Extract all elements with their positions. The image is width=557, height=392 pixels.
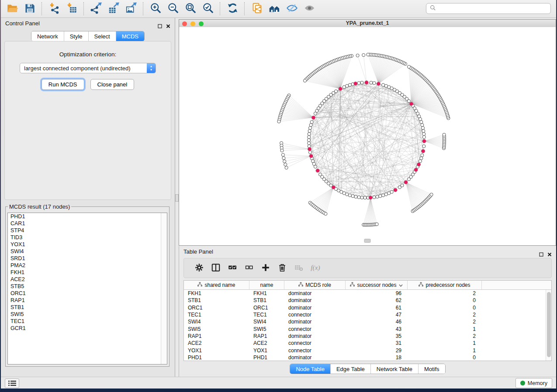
cell-mcds-role[interactable]: dominator (284, 354, 346, 361)
cell-shared-name[interactable]: PHD1 (184, 354, 249, 361)
cell-mcds-role[interactable]: connector (284, 340, 346, 346)
zoom-selected-button[interactable] (199, 1, 217, 17)
cell-mcds-role[interactable]: connector (284, 326, 346, 332)
mcds-result-item[interactable]: STB1 (8, 304, 167, 311)
cell-mcds-role[interactable]: dominator (284, 305, 346, 311)
close-panel-button[interactable]: Close panel (90, 79, 135, 90)
mcds-list-scrollbar[interactable] (161, 213, 167, 364)
cell-successor-nodes[interactable]: 43 (346, 326, 408, 332)
run-mcds-button[interactable]: Run MCDS (42, 79, 84, 90)
cell-predecessor-nodes[interactable]: 1 (408, 347, 482, 354)
cell-shared-name[interactable]: STB1 (184, 297, 249, 303)
cell-successor-nodes[interactable]: 61 (346, 305, 408, 311)
network-window-titlebar[interactable]: YPA_prune.txt_1 (179, 20, 556, 28)
mcds-result-item[interactable]: STB5 (8, 283, 167, 290)
split-columns-button[interactable] (208, 260, 224, 276)
cell-mcds-role[interactable]: connector (284, 312, 346, 318)
mcds-result-item[interactable]: PHD1 (8, 213, 167, 220)
cell-mcds-role[interactable]: dominator (284, 319, 346, 325)
panel-splitter-grip[interactable] (175, 194, 179, 202)
table-splitter-grip[interactable] (364, 239, 371, 243)
tab-edge-table[interactable]: Edge Table (330, 364, 370, 374)
cell-predecessor-nodes[interactable]: 0 (408, 354, 482, 361)
cell-predecessor-nodes[interactable]: 1 (408, 326, 482, 332)
tab-network[interactable]: Network (31, 31, 64, 41)
search-input[interactable] (439, 5, 547, 12)
export-table-button[interactable] (105, 1, 122, 17)
minimize-window-button[interactable] (190, 21, 195, 26)
table-row[interactable]: SWI4SWI4dominator462 (184, 318, 551, 325)
open-file-button[interactable] (3, 1, 21, 17)
cell-shared-name[interactable]: YOX1 (184, 347, 249, 354)
cell-name[interactable]: TEC1 (249, 312, 284, 318)
cell-shared-name[interactable]: SWI5 (184, 326, 249, 332)
column-header-mcds-role[interactable]: MCDS role (284, 281, 346, 289)
cell-name[interactable]: YOX1 (249, 347, 284, 354)
tab-mcds[interactable]: MCDS (116, 31, 144, 41)
show-all-networks-button[interactable] (266, 1, 283, 17)
tab-select[interactable]: Select (88, 31, 116, 41)
select-all-button[interactable] (224, 260, 241, 276)
mcds-result-item[interactable]: GCR1 (8, 325, 167, 332)
mcds-result-item[interactable]: SRD1 (8, 255, 167, 262)
cell-shared-name[interactable]: FKH1 (184, 290, 249, 296)
cell-mcds-role[interactable]: connector (284, 347, 346, 354)
table-row[interactable]: STB1STB1dominator620 (184, 297, 551, 304)
zoom-in-button[interactable] (147, 1, 164, 17)
cell-successor-nodes[interactable]: 47 (346, 312, 408, 318)
hide-eye-button[interactable] (283, 1, 301, 17)
cell-predecessor-nodes[interactable]: 0 (408, 305, 482, 311)
table-scrollbar[interactable] (546, 290, 551, 361)
mcds-result-item[interactable]: FKH1 (8, 269, 167, 276)
mcds-result-item[interactable]: ACE2 (8, 276, 167, 283)
table-row[interactable]: ACE2ACE2connector311 (184, 340, 551, 347)
cell-name[interactable]: FKH1 (249, 290, 284, 296)
task-history-button[interactable] (5, 378, 19, 388)
cell-shared-name[interactable]: SWI4 (184, 319, 249, 325)
tab-motifs[interactable]: Motifs (418, 364, 445, 374)
cell-name[interactable]: ORC1 (249, 305, 284, 311)
export-image-button[interactable] (122, 1, 140, 17)
mcds-result-item[interactable]: CAR1 (8, 220, 167, 227)
cell-successor-nodes[interactable]: 35 (346, 333, 408, 339)
cell-name[interactable]: PHD1 (249, 354, 284, 361)
tab-style[interactable]: Style (64, 31, 88, 41)
mcds-result-item[interactable]: YOX1 (8, 241, 167, 248)
clone-network-button[interactable] (248, 1, 266, 17)
maximize-window-button[interactable] (199, 21, 204, 26)
mcds-result-item[interactable]: TEC1 (8, 318, 167, 325)
zoom-fit-button[interactable] (182, 1, 199, 17)
cell-name[interactable]: ACE2 (249, 340, 284, 346)
refresh-button[interactable] (224, 1, 241, 17)
table-scrollbar-thumb[interactable] (547, 292, 551, 357)
cell-shared-name[interactable]: ORC1 (184, 305, 249, 311)
cell-shared-name[interactable]: TEC1 (184, 312, 249, 318)
mcds-result-item[interactable]: ORC1 (8, 290, 167, 297)
network-graph[interactable] (179, 27, 556, 245)
import-table-button[interactable] (63, 1, 80, 17)
mcds-result-item[interactable]: RAP1 (8, 297, 167, 304)
table-row[interactable]: PHD1PHD1dominator180 (184, 354, 551, 361)
memory-button[interactable]: Memory (515, 378, 552, 388)
cell-successor-nodes[interactable]: 31 (346, 340, 408, 346)
table-row[interactable]: FKH1FKH1dominator962 (184, 290, 551, 297)
cell-successor-nodes[interactable]: 46 (346, 319, 408, 325)
cell-name[interactable]: RAP1 (249, 333, 284, 339)
criterion-dropdown[interactable]: largest connected component (undirected)… (20, 63, 156, 73)
close-window-button[interactable] (182, 21, 187, 26)
table-row[interactable]: RAP1RAP1dominator352 (184, 333, 551, 340)
cell-predecessor-nodes[interactable]: 1 (408, 340, 482, 346)
mcds-result-item[interactable]: TID3 (8, 234, 167, 241)
tab-node-table[interactable]: Node Table (290, 364, 330, 374)
cell-predecessor-nodes[interactable]: 2 (408, 319, 482, 325)
column-header-predecessor-nodes[interactable]: predecessor nodes (408, 281, 482, 289)
table-row[interactable]: TEC1TEC1connector472 (184, 311, 551, 318)
cell-successor-nodes[interactable]: 18 (346, 354, 408, 361)
mcds-result-item[interactable]: PMA2 (8, 262, 167, 269)
cell-predecessor-nodes[interactable]: 2 (408, 312, 482, 318)
zoom-out-button[interactable] (164, 1, 182, 17)
search-box[interactable] (426, 3, 551, 14)
column-header-successor-nodes[interactable]: successor nodes (346, 281, 408, 289)
table-row[interactable]: ORC1ORC1dominator610 (184, 304, 551, 311)
cell-mcds-role[interactable]: dominator (284, 333, 346, 339)
